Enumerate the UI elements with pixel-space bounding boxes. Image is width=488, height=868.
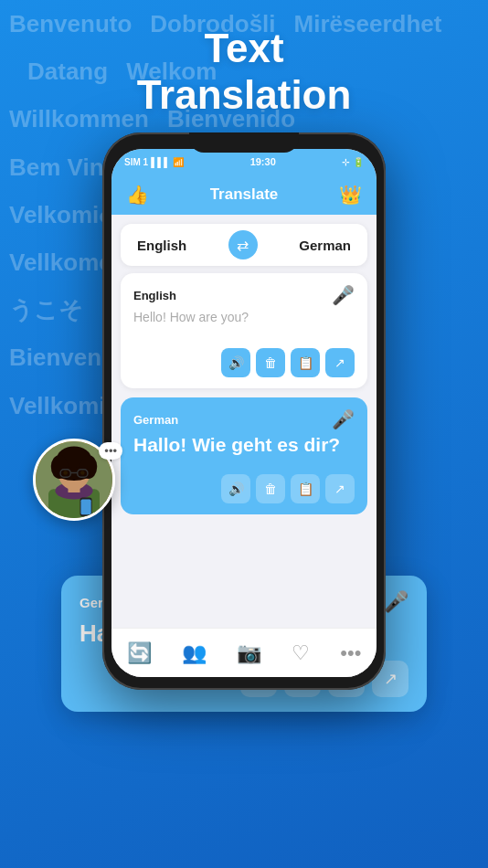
source-language[interactable]: English <box>137 238 186 253</box>
bottom-navigation: 🔄 👥 📷 ♡ ••• <box>111 628 377 677</box>
target-card-lang: German <box>133 413 178 427</box>
svg-point-12 <box>63 471 68 475</box>
source-card-lang: English <box>133 289 176 302</box>
source-translation-card: English 🎤 Hello! How are you? 🔊 🗑 📋 ↗ <box>121 273 367 388</box>
target-card-actions: 🔊 🗑 📋 ↗ <box>133 474 355 503</box>
phone-notch <box>189 132 299 153</box>
overflow-card-mic-icon[interactable]: 🎤 <box>384 590 408 614</box>
source-delete-button[interactable]: 🗑 <box>256 348 285 377</box>
nav-camera-icon[interactable]: 📷 <box>237 641 261 665</box>
target-mic-icon[interactable]: 🎤 <box>332 408 355 430</box>
target-translation-card: German 🎤 Hallo! Wie geht es dir? 🔊 🗑 📋 ↗ <box>121 397 367 514</box>
phone-frame: SIM 1 ▌▌▌ 📶 19:30 ⊹ 🔋 👍 Translate 👑 Engl… <box>102 132 386 690</box>
target-copy-button[interactable]: 📋 <box>291 474 320 503</box>
page-title-area: Text Translation <box>0 26 488 118</box>
target-language[interactable]: German <box>299 238 351 253</box>
target-delete-button[interactable]: 🗑 <box>256 474 285 503</box>
avatar-container: ••• <box>33 439 115 521</box>
chat-bubble: ••• <box>99 442 122 460</box>
bluetooth-icon: ⊹ <box>342 157 349 167</box>
source-mic-icon[interactable]: 🎤 <box>332 284 355 306</box>
swap-icon: ⇄ <box>237 237 249 254</box>
source-card-text[interactable]: Hello! How are you? <box>133 310 355 337</box>
nav-title: Translate <box>210 185 279 204</box>
nav-people-icon[interactable]: 👥 <box>182 641 207 665</box>
target-share-button[interactable]: ↗ <box>325 474 355 503</box>
wifi-icon: 📶 <box>173 157 184 167</box>
swap-languages-button[interactable]: ⇄ <box>228 230 258 259</box>
nav-more-icon[interactable]: ••• <box>340 641 361 665</box>
page-title: Text Translation <box>0 26 488 118</box>
source-volume-button[interactable]: 🔊 <box>221 348 250 377</box>
phone-screen: SIM 1 ▌▌▌ 📶 19:30 ⊹ 🔋 👍 Translate 👑 Engl… <box>111 149 377 677</box>
signal-icon: ▌▌▌ <box>151 157 170 167</box>
svg-point-8 <box>57 467 90 481</box>
status-right: ⊹ 🔋 <box>342 157 364 167</box>
nav-heart-icon[interactable]: ♡ <box>292 641 310 665</box>
battery-icon: 🔋 <box>353 157 364 167</box>
thumbs-up-icon[interactable]: 👍 <box>126 184 149 206</box>
nav-translate-icon[interactable]: 🔄 <box>127 641 152 665</box>
status-time: 19:30 <box>250 156 276 167</box>
status-left: SIM 1 ▌▌▌ 📶 <box>124 157 184 167</box>
target-volume-button[interactable]: 🔊 <box>221 474 250 503</box>
carrier-label: SIM 1 <box>124 157 148 167</box>
target-card-text: Hallo! Wie geht es dir? <box>133 434 355 461</box>
target-card-header: German 🎤 <box>133 408 355 430</box>
status-bar: SIM 1 ▌▌▌ 📶 19:30 ⊹ 🔋 <box>111 149 377 175</box>
nav-bar: 👍 Translate 👑 <box>111 175 377 215</box>
svg-point-13 <box>80 471 85 475</box>
source-share-button[interactable]: ↗ <box>325 348 355 377</box>
svg-rect-15 <box>80 499 90 514</box>
crown-icon[interactable]: 👑 <box>339 184 362 206</box>
language-selector[interactable]: English ⇄ German <box>121 224 367 266</box>
source-copy-button[interactable]: 📋 <box>291 348 320 377</box>
source-card-header: English 🎤 <box>133 284 355 306</box>
source-card-actions: 🔊 🗑 📋 ↗ <box>133 348 355 377</box>
